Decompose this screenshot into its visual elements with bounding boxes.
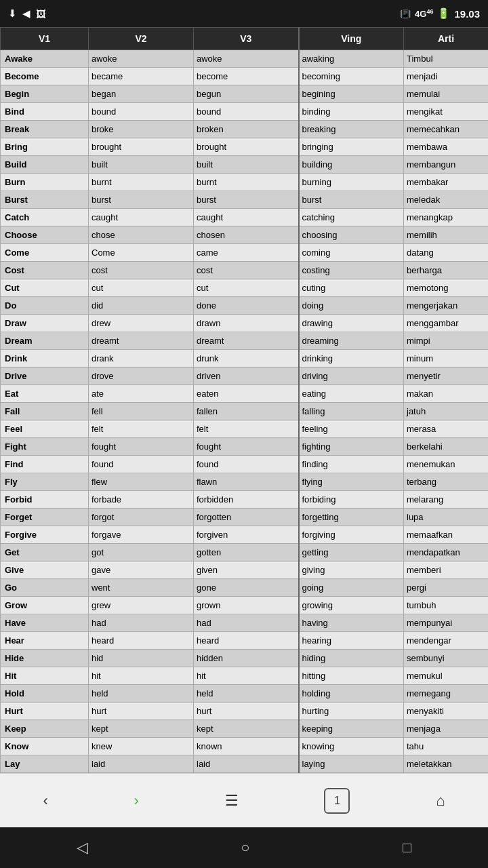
nav-home-button[interactable]: ⌂ — [429, 785, 451, 816]
android-back-button[interactable]: ◁ — [70, 832, 95, 863]
cell-v3: forgotten — [194, 509, 299, 526]
cell-ving: holding — [299, 685, 404, 703]
table-row: Breakbrokebrokenbreakingmemecahkan — [1, 121, 489, 138]
table-row: AwakeawokeawokeawakingTimbul — [1, 50, 489, 68]
cell-v3: driven — [194, 368, 299, 385]
nav-menu-button[interactable]: ☰ — [218, 785, 245, 816]
cell-v3: drawn — [194, 315, 299, 332]
cell-ving: hurting — [299, 703, 404, 720]
cell-arti: Timbul — [404, 50, 489, 68]
table-row: Forbidforbadeforbiddenforbidingmelarang — [1, 491, 489, 509]
cell-arti: memberi — [404, 561, 489, 579]
cell-v1: Forget — [1, 509, 89, 526]
cell-arti: memaafkan — [404, 526, 489, 544]
cell-arti: jatuh — [404, 403, 489, 420]
cell-v1: Draw — [1, 315, 89, 332]
status-right-info: 📳 4G46 🔋 19.03 — [400, 7, 480, 20]
table-row: Catchcaughtcaughtcatchingmenangkap — [1, 209, 489, 226]
cell-v2: fell — [89, 403, 194, 420]
cell-arti: meletakkan — [404, 755, 489, 773]
cell-v2: gave — [89, 561, 194, 579]
cell-v2: cost — [89, 262, 194, 279]
cell-ving: giving — [299, 561, 404, 579]
table-row: Flyflewflawnflyingterbang — [1, 473, 489, 491]
nav-back-button[interactable]: ‹ — [36, 785, 54, 816]
time-display: 19.03 — [454, 8, 480, 20]
cell-v3: chosen — [194, 226, 299, 244]
cell-ving: building — [299, 156, 404, 174]
cell-v3: flawn — [194, 473, 299, 491]
cell-v2: brought — [89, 138, 194, 156]
cell-ving: laying — [299, 755, 404, 773]
cell-v2: ate — [89, 385, 194, 403]
cell-arti: memotong — [404, 279, 489, 297]
cell-v2: became — [89, 68, 194, 85]
cell-ving: awaking — [299, 50, 404, 68]
cell-v1: Fly — [1, 473, 89, 491]
table-row: Fallfellfallenfallingjatuh — [1, 403, 489, 420]
cell-ving: eating — [299, 385, 404, 403]
cell-ving: fighting — [299, 438, 404, 456]
cell-v2: burst — [89, 191, 194, 209]
cell-v2: hid — [89, 650, 194, 667]
cell-v2: hurt — [89, 703, 194, 720]
header-v3: V3 — [194, 28, 299, 50]
cell-ving: coming — [299, 244, 404, 262]
table-row: Forgiveforgaveforgivenforgivingmemaafkan — [1, 526, 489, 544]
cell-ving: drawing — [299, 315, 404, 332]
table-row: Drinkdrankdrunkdrinkingminum — [1, 350, 489, 368]
nav-forward-button[interactable]: › — [127, 785, 146, 816]
cell-v1: Burst — [1, 191, 89, 209]
table-header-row: V1 V2 V3 Ving Arti — [1, 28, 489, 50]
cell-v1: Begin — [1, 85, 89, 103]
cell-ving: breaking — [299, 121, 404, 138]
table-row: Fightfoughtfoughtfightingberkelahi — [1, 438, 489, 456]
cell-v3: given — [194, 561, 299, 579]
android-home-button[interactable]: ○ — [234, 832, 256, 863]
cell-v3: had — [194, 614, 299, 632]
cell-arti: tahu — [404, 738, 489, 755]
cell-v1: Break — [1, 121, 89, 138]
cell-v1: Hear — [1, 632, 89, 650]
cell-v3: hidden — [194, 650, 299, 667]
cell-arti: mengerjakan — [404, 297, 489, 315]
cell-v1: Build — [1, 156, 89, 174]
cell-v1: Find — [1, 456, 89, 473]
cell-ving: doing — [299, 297, 404, 315]
cell-arti: memulai — [404, 85, 489, 103]
cell-ving: catching — [299, 209, 404, 226]
cell-arti: menangkap — [404, 209, 489, 226]
verb-table: V1 V2 V3 Ving Arti Awakeawokeawokeawakin… — [0, 27, 488, 773]
table-row: Knowknewknownknowingtahu — [1, 738, 489, 755]
nav-page-button[interactable]: 1 — [317, 781, 357, 821]
cell-v2: burnt — [89, 174, 194, 191]
cell-ving: binding — [299, 103, 404, 121]
cell-ving: begining — [299, 85, 404, 103]
cell-arti: menemukan — [404, 456, 489, 473]
cell-arti: memilih — [404, 226, 489, 244]
cell-v1: Hide — [1, 650, 89, 667]
cell-v2: found — [89, 456, 194, 473]
cell-v2: flew — [89, 473, 194, 491]
cell-arti: pergi — [404, 579, 489, 597]
cell-v1: Go — [1, 579, 89, 597]
cell-v3: hit — [194, 667, 299, 685]
cell-ving: dreaming — [299, 332, 404, 350]
cell-v1: Hurt — [1, 703, 89, 720]
cell-ving: finding — [299, 456, 404, 473]
cell-ving: feeling — [299, 420, 404, 438]
notification-icon: ⬇ — [8, 7, 17, 20]
cell-v2: caught — [89, 209, 194, 226]
cell-ving: bringing — [299, 138, 404, 156]
header-arti: Arti — [404, 28, 489, 50]
cell-ving: drinking — [299, 350, 404, 368]
cell-v1: Feel — [1, 420, 89, 438]
android-recents-button[interactable]: □ — [396, 832, 418, 863]
cell-v2: bound — [89, 103, 194, 121]
cell-v3: laid — [194, 755, 299, 773]
cell-ving: growing — [299, 597, 404, 614]
cell-v3: found — [194, 456, 299, 473]
cell-v2: built — [89, 156, 194, 174]
header-v1: V1 — [1, 28, 89, 50]
cell-arti: merasa — [404, 420, 489, 438]
